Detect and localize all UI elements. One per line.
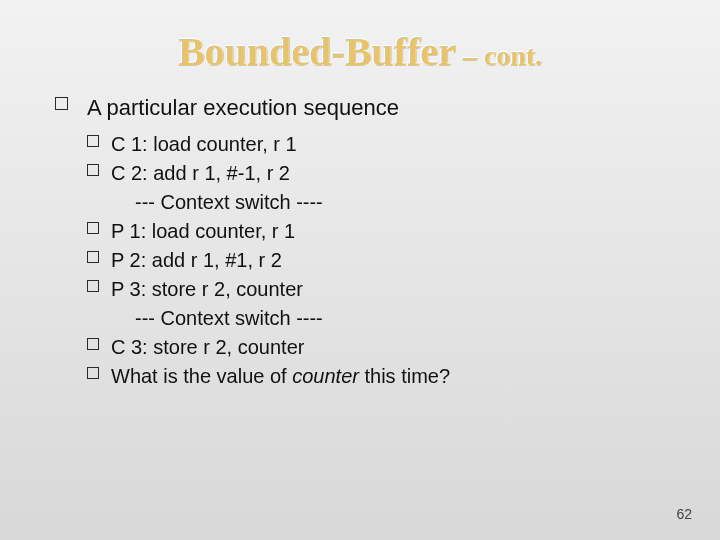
- level1-text: A particular execution sequence: [87, 95, 399, 120]
- square-bullet-icon: [87, 367, 99, 379]
- question-pre: What is the value of: [111, 365, 292, 387]
- slide-title: Bounded-Buffer: [178, 29, 456, 74]
- list-item: P 2: add r 1, #1, r 2: [87, 247, 665, 274]
- sub-bullet-group: C 1: load counter, r 1 C 2: add r 1, #-1…: [55, 131, 665, 390]
- item-p1: P 1: load counter, r 1: [111, 220, 295, 242]
- slide-subtitle: – cont.: [456, 40, 542, 71]
- list-item: C 3: store r 2, counter: [87, 334, 665, 361]
- item-c1: C 1: load counter, r 1: [111, 133, 297, 155]
- square-bullet-icon: [87, 164, 99, 176]
- question-post: this time?: [359, 365, 450, 387]
- list-item: P 1: load counter, r 1: [87, 218, 665, 245]
- list-item: P 3: store r 2, counter: [87, 276, 665, 303]
- square-bullet-icon: [87, 338, 99, 350]
- square-bullet-icon: [55, 97, 68, 110]
- content-body: A particular execution sequence C 1: loa…: [0, 75, 720, 390]
- item-p3: P 3: store r 2, counter: [111, 278, 303, 300]
- question-emphasis: counter: [292, 365, 359, 387]
- slide: Bounded-Buffer – cont. A particular exec…: [0, 0, 720, 540]
- list-item: C 2: add r 1, #-1, r 2: [87, 160, 665, 187]
- square-bullet-icon: [87, 280, 99, 292]
- page-number: 62: [676, 506, 692, 522]
- list-item: C 1: load counter, r 1: [87, 131, 665, 158]
- title-area: Bounded-Buffer – cont.: [0, 0, 720, 75]
- item-c2: C 2: add r 1, #-1, r 2: [111, 162, 290, 184]
- context-switch-2: --- Context switch ----: [87, 305, 665, 332]
- list-item-question: What is the value of counter this time?: [87, 363, 665, 390]
- square-bullet-icon: [87, 135, 99, 147]
- item-p2: P 2: add r 1, #1, r 2: [111, 249, 282, 271]
- square-bullet-icon: [87, 222, 99, 234]
- square-bullet-icon: [87, 251, 99, 263]
- bullet-level1: A particular execution sequence: [55, 93, 665, 123]
- context-switch-1: --- Context switch ----: [87, 189, 665, 216]
- item-c3: C 3: store r 2, counter: [111, 336, 304, 358]
